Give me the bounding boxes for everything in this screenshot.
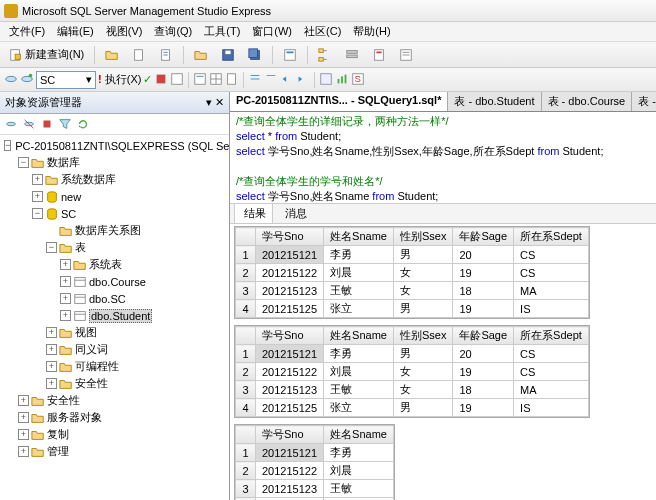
table-row: 1201215121李勇男20CS [236,345,589,363]
tree-table-sc[interactable]: +dbo.SC [2,290,227,307]
grid-icon [209,72,223,86]
cancel-button[interactable] [154,72,168,88]
tree-table-course[interactable]: +dbo.Course [2,273,227,290]
tab-sc[interactable]: 表 - dbo.SC [632,92,656,111]
tree-synonyms[interactable]: +同义词 [2,341,227,358]
menu-help[interactable]: 帮助(H) [348,23,395,40]
refresh-icon[interactable] [76,117,90,131]
tree-table-student[interactable]: +dbo.Student [2,307,227,324]
menu-bar: 文件(F) 编辑(E) 视图(V) 查询(Q) 工具(T) 窗口(W) 社区(C… [0,22,656,42]
object-explorer-toolbar [0,114,229,135]
tree-db-sc[interactable]: −SC [2,205,227,222]
tree-security-inner[interactable]: +安全性 [2,375,227,392]
messages-tab[interactable]: 消息 [275,203,314,224]
uncomment-icon [264,72,278,86]
tree-programmability[interactable]: +可编程性 [2,358,227,375]
object-explorer-button[interactable] [313,45,337,65]
tab-student[interactable]: 表 - dbo.Student [448,92,541,111]
uncomment-button[interactable] [264,72,278,88]
menu-community[interactable]: 社区(C) [299,23,346,40]
svg-rect-50 [75,277,86,286]
menu-tools[interactable]: 工具(T) [199,23,245,40]
tree-views[interactable]: +视图 [2,324,227,341]
svg-rect-27 [172,73,183,84]
comment-button[interactable] [248,72,262,88]
summary-button[interactable] [394,45,418,65]
sql-cmd-button[interactable]: S [351,72,365,88]
properties-button[interactable] [278,45,302,65]
filter-icon[interactable] [58,117,72,131]
include-stats-button[interactable] [335,72,349,88]
svg-rect-54 [75,311,86,320]
menu-edit[interactable]: 编辑(E) [52,23,99,40]
execute-button[interactable]: ! 执行(X) [98,72,141,87]
new-query-button[interactable]: 新建查询(N) [4,44,89,65]
menu-window[interactable]: 窗口(W) [247,23,297,40]
template-button[interactable] [367,45,391,65]
file-button[interactable] [127,45,151,65]
tree-management[interactable]: +管理 [2,443,227,460]
connect-icon[interactable] [4,117,18,131]
connect-button[interactable] [4,72,18,88]
toolbar-query: SC▾ ! 执行(X) ✓ S [0,68,656,92]
tree-systables[interactable]: +系统表 [2,256,227,273]
tree-icon [318,48,332,62]
svg-rect-37 [321,73,332,84]
outdent-button[interactable] [296,72,310,88]
svg-point-23 [6,76,17,81]
save-icon [221,48,235,62]
results-text-button[interactable] [193,72,207,88]
save-button[interactable] [216,45,240,65]
disconnect-icon[interactable] [22,117,36,131]
tree-db-new[interactable]: +new [2,188,227,205]
tree-server[interactable]: −PC-20150811ZNTI\SQLEXPRESS (SQL Ser [2,137,227,154]
database-combo[interactable]: SC▾ [36,71,96,89]
panel-dropdown-icon[interactable]: ▾ ✕ [206,96,224,109]
tab-query[interactable]: PC-20150811ZNTI\S... - SQLQuery1.sql* [230,92,448,111]
table-row: 2201215122刘晨女19CS [236,363,589,381]
stop-icon[interactable] [40,117,54,131]
result-tabs: 结果 消息 [230,204,656,224]
result-grid-1[interactable]: 学号Sno姓名Sname性别Ssex年龄Sage所在系Sdept 1201215… [234,226,590,319]
file-out-icon [225,72,239,86]
menu-query[interactable]: 查询(Q) [149,23,197,40]
menu-view[interactable]: 视图(V) [101,23,148,40]
sql-editor[interactable]: /*查询全体学生的详细记录，两种方法一样*/ select * from Stu… [230,112,656,204]
svg-rect-10 [285,49,296,60]
script-button[interactable] [154,45,178,65]
specify-values-button[interactable] [319,72,333,88]
indent-button[interactable] [280,72,294,88]
svg-rect-40 [345,74,347,83]
result-grid-3[interactable]: 学号Sno姓名Sname 1201215121李勇 2201215122刘晨 3… [234,424,395,500]
change-connection-button[interactable] [20,72,34,88]
results-file-button[interactable] [225,72,239,88]
menu-file[interactable]: 文件(F) [4,23,50,40]
svg-rect-13 [319,57,323,61]
svg-rect-18 [375,49,384,60]
tree-databases[interactable]: −数据库 [2,154,227,171]
tree-sysdb[interactable]: +系统数据库 [2,171,227,188]
tree-diagrams[interactable]: 数据库关系图 [2,222,227,239]
stop-icon [154,72,168,86]
display-plan-button[interactable] [170,72,184,88]
tree[interactable]: −PC-20150811ZNTI\SQLEXPRESS (SQL Ser −数据… [0,135,229,500]
folder-icon [194,48,208,62]
save-all-button[interactable] [243,45,267,65]
results-pane[interactable]: 学号Sno姓名Sname性别Ssex年龄Sage所在系Sdept 1201215… [230,224,656,500]
tree-security[interactable]: +安全性 [2,392,227,409]
registered-servers-button[interactable] [340,45,364,65]
open-button[interactable] [100,45,124,65]
tree-tables[interactable]: −表 [2,239,227,256]
tab-course[interactable]: 表 - dbo.Course [542,92,633,111]
svg-rect-28 [195,73,206,84]
tree-replication[interactable]: +复制 [2,426,227,443]
open-file-button[interactable] [189,45,213,65]
svg-rect-17 [347,55,358,58]
connect-icon [4,72,18,86]
tree-server-objects[interactable]: +服务器对象 [2,409,227,426]
results-tab[interactable]: 结果 [234,203,273,224]
result-grid-2[interactable]: 学号Sno姓名Sname性别Ssex年龄Sage所在系Sdept 1201215… [234,325,590,418]
parse-button[interactable]: ✓ [143,73,152,86]
script-icon [159,48,173,62]
results-grid-button[interactable] [209,72,223,88]
